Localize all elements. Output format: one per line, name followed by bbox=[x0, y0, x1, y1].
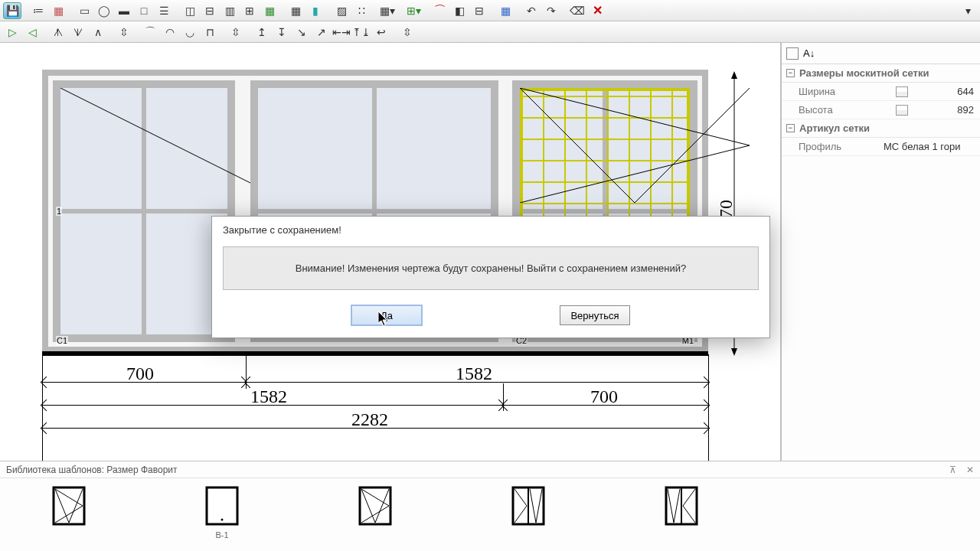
label-c1: C1 bbox=[56, 336, 68, 345]
toolbar-secondary: ▷ ◁ ⩚ ⩛ ∧ ⇳ ⌒ ◠ ◡ ⊓ ⇳ ↥ ↧ ↘ ↗ ⇤⇥ ⤒⤓ ↩ ⇳ bbox=[0, 21, 980, 43]
prop-group-mesh-size[interactable]: − Размеры москитной сетки bbox=[782, 64, 980, 83]
dim-bottom-b2: 700 bbox=[590, 386, 618, 407]
arrow-return-icon[interactable]: ↩ bbox=[372, 24, 390, 41]
shape-list-icon[interactable]: ☰ bbox=[155, 2, 173, 19]
angle-b-icon[interactable]: ⩛ bbox=[69, 24, 87, 41]
split-grid-icon[interactable]: ▦ bbox=[260, 2, 279, 19]
svg-point-14 bbox=[221, 519, 224, 521]
spinner-1[interactable]: ⇳ bbox=[115, 24, 133, 41]
erase-icon[interactable]: ⌫ bbox=[568, 2, 586, 19]
delete-icon[interactable]: ✕ bbox=[588, 2, 606, 19]
arc-1-icon[interactable]: ⌒ bbox=[141, 24, 159, 41]
arc-2-icon[interactable]: ◠ bbox=[161, 24, 179, 41]
split-2row-icon[interactable]: ⊟ bbox=[201, 2, 219, 19]
template-item-1[interactable] bbox=[46, 486, 92, 540]
arc-3-icon[interactable]: ◡ bbox=[181, 24, 199, 41]
svg-marker-2 bbox=[731, 348, 737, 356]
dim-bottom-b1: 1582 bbox=[250, 386, 287, 407]
back-icon[interactable]: ◁ bbox=[23, 24, 41, 41]
save-on-close-dialog: Закрытие с сохранением! Внимание! Измене… bbox=[211, 216, 770, 338]
sash-l-icon[interactable]: ◧ bbox=[450, 2, 469, 19]
properties-panel: A↓ − Размеры москитной сетки Ширина 644 … bbox=[781, 43, 980, 461]
dim-bottom-a1: 700 bbox=[126, 364, 154, 384]
fill-grid-icon[interactable]: ▦ bbox=[286, 2, 305, 19]
save-icon[interactable]: 💾 bbox=[3, 2, 21, 19]
redo-icon[interactable]: ↷ bbox=[542, 2, 560, 19]
shape-panel-icon[interactable]: ▬ bbox=[115, 2, 133, 19]
hatch-icon[interactable]: ▨ bbox=[332, 2, 351, 19]
props-view-sort-icon[interactable]: A↓ bbox=[803, 47, 815, 59]
library-title: Библиотека шаблонов: Размер Фаворит bbox=[6, 465, 178, 475]
split-3col-icon[interactable]: ▥ bbox=[220, 2, 239, 19]
dots-icon[interactable]: ∷ bbox=[352, 2, 371, 19]
expand-icon[interactable]: ▾ bbox=[959, 2, 977, 19]
arc-4-icon[interactable]: ⊓ bbox=[201, 24, 219, 41]
dropdown-a-icon[interactable]: ▦▾ bbox=[378, 2, 397, 19]
fill-column-icon[interactable]: ▮ bbox=[306, 2, 325, 19]
shape-rect-icon[interactable]: ▭ bbox=[75, 2, 93, 19]
properties-header: A↓ bbox=[782, 43, 980, 64]
dialog-title: Закрытие с сохранением! bbox=[212, 217, 769, 242]
svg-rect-8 bbox=[54, 487, 84, 524]
split-4-icon[interactable]: ⊞ bbox=[240, 2, 259, 19]
library-pin-icon[interactable]: ⊼ bbox=[949, 465, 956, 475]
prop-row-width[interactable]: Ширина 644 bbox=[782, 83, 980, 101]
svg-line-4 bbox=[520, 88, 635, 203]
grid-blue-icon[interactable]: ▦ bbox=[496, 2, 514, 19]
shape-square-icon[interactable]: □ bbox=[135, 2, 153, 19]
play-icon[interactable]: ▷ bbox=[3, 24, 21, 41]
sash-1[interactable]: 1 bbox=[53, 80, 235, 342]
toolbar-main: 💾 ≔ ▦ ▭ ◯ ▬ □ ☰ ◫ ⊟ ▥ ⊞ ▦ ▦ ▮ ▨ ∷ ▦▾ ⊞▾ … bbox=[0, 0, 980, 21]
sash-r-icon[interactable]: ⊟ bbox=[470, 2, 488, 19]
sash3-opening-lines bbox=[520, 88, 750, 203]
align-grid-icon[interactable]: ▦ bbox=[49, 2, 67, 19]
svg-rect-15 bbox=[360, 487, 390, 524]
angle-a-icon[interactable]: ⩚ bbox=[49, 24, 67, 41]
collapse-icon[interactable]: − bbox=[786, 69, 795, 77]
library-close-icon[interactable]: ✕ bbox=[966, 465, 974, 475]
dim-bottom-a2: 1582 bbox=[456, 364, 492, 384]
svg-line-6 bbox=[520, 88, 750, 145]
shape-circle-icon[interactable]: ◯ bbox=[95, 2, 113, 19]
arrow-down-icon[interactable]: ↧ bbox=[273, 24, 291, 41]
fit-v-icon[interactable]: ⤒⤓ bbox=[352, 24, 371, 41]
template-item-3[interactable] bbox=[352, 486, 398, 540]
template-item-5[interactable] bbox=[658, 486, 704, 540]
prop-row-profile[interactable]: Профиль МС белая 1 гори bbox=[782, 138, 980, 156]
template-item-2[interactable]: B-1 bbox=[199, 486, 245, 540]
undo-icon[interactable]: ↶ bbox=[522, 2, 541, 19]
spinner-3[interactable]: ⇳ bbox=[398, 24, 416, 41]
dimension-icon bbox=[896, 105, 908, 116]
svg-marker-1 bbox=[731, 71, 737, 79]
angle-c-icon[interactable]: ∧ bbox=[89, 24, 107, 41]
prop-group-mesh-article[interactable]: − Артикул сетки bbox=[782, 119, 980, 138]
template-library: Библиотека шаблонов: Размер Фаворит ⊼ ✕ … bbox=[0, 461, 980, 551]
props-view-categorized-icon[interactable] bbox=[786, 47, 799, 60]
svg-line-7 bbox=[520, 145, 750, 203]
template-item-4[interactable] bbox=[505, 486, 551, 540]
align-left-icon[interactable]: ≔ bbox=[29, 2, 47, 19]
split-2col-icon[interactable]: ◫ bbox=[181, 2, 199, 19]
arrow-tr-icon[interactable]: ↗ bbox=[312, 24, 331, 41]
dimension-icon bbox=[896, 86, 908, 97]
fit-h-icon[interactable]: ⇤⇥ bbox=[332, 24, 351, 41]
curve-icon[interactable]: ⁀ bbox=[430, 2, 449, 19]
dialog-message: Внимание! Изменения чертежа будут сохран… bbox=[223, 246, 759, 290]
dim-bottom-total: 2282 bbox=[351, 409, 388, 430]
arrow-br-icon[interactable]: ↘ bbox=[292, 24, 311, 41]
prop-row-height[interactable]: Высота 892 bbox=[782, 101, 980, 119]
sash1-mark: 1 bbox=[56, 207, 62, 216]
arrow-up-icon[interactable]: ↥ bbox=[253, 24, 271, 41]
collapse-icon[interactable]: − bbox=[786, 124, 795, 132]
spinner-2[interactable]: ⇳ bbox=[227, 24, 245, 41]
dialog-back-button[interactable]: Вернуться bbox=[560, 305, 630, 325]
dialog-yes-button[interactable]: Да bbox=[351, 305, 422, 325]
svg-line-5 bbox=[635, 88, 750, 203]
dropdown-b-icon[interactable]: ⊞▾ bbox=[404, 2, 423, 19]
